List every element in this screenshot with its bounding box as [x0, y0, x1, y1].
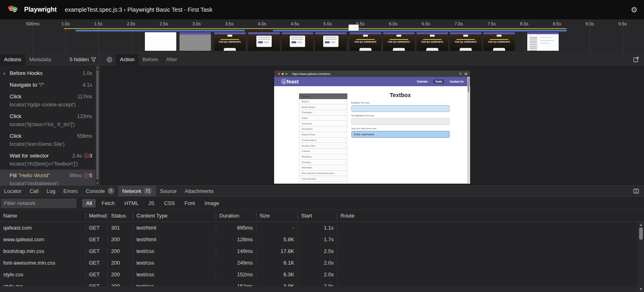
cell-duration: 128ms [216, 236, 256, 243]
tab-errors[interactable]: Errors [59, 186, 81, 197]
cell-size: 17.8K [256, 247, 297, 255]
network-filter-input[interactable] [1, 199, 76, 208]
tab-locator[interactable]: Locator [0, 186, 25, 197]
table-row[interactable]: qafeast.comGET301text/html695ms-1.1s [0, 222, 638, 234]
table-row[interactable]: www.qafeast.comGET200text/html128ms5.8K1… [0, 234, 638, 245]
site-menu-item[interactable]: Double Click [299, 143, 347, 149]
filmstrip-thumbnail[interactable]: FOR QA ASPIRANTS [350, 32, 381, 51]
site-menu-item[interactable]: Hyperlink [299, 121, 347, 126]
settings-gear-icon[interactable]: ⚙ [631, 5, 638, 14]
open-external-icon[interactable] [633, 56, 639, 62]
tab-call[interactable]: Call [25, 186, 42, 197]
filter-chip-js[interactable]: JS [144, 199, 158, 207]
tab-before-snapshot[interactable]: Before [138, 54, 162, 65]
filter-chip-html[interactable]: HTML [120, 199, 142, 207]
field-input-disabled[interactable] [351, 118, 450, 125]
tab-network[interactable]: Network71 [118, 186, 156, 197]
filter-chip-font[interactable]: Font [180, 199, 199, 207]
site-menu-item[interactable]: Chat Window [299, 176, 347, 182]
filter-funnel-icon[interactable] [91, 57, 96, 62]
tab-log[interactable]: Log [43, 186, 60, 197]
action-item[interactable]: Click117mslocator('#gdpr-cookie-accept') [0, 91, 99, 110]
filter-chip-image[interactable]: Image [200, 199, 223, 207]
filmstrip-thumbnail[interactable] [282, 32, 313, 51]
tab-attachments[interactable]: Attachments [181, 186, 218, 197]
scroll-down-icon[interactable]: ▼ [638, 287, 644, 291]
tab-after-snapshot[interactable]: After [162, 54, 181, 65]
pick-locator-target-icon[interactable] [106, 56, 113, 63]
table-row[interactable]: style.cssGET200text/css152ms6.3K2.0s [0, 269, 638, 280]
action-item[interactable]: Click559mslocator('text=Demo Site') [0, 130, 99, 150]
cell-route [337, 236, 638, 243]
filter-chip-fetch[interactable]: Fetch [97, 199, 119, 207]
filter-chip-all[interactable]: All [82, 199, 96, 207]
site-menu-item[interactable]: Radio Button [299, 104, 347, 110]
timeline-tick-label: 2.5s [160, 21, 168, 26]
filmstrip-thumbnail[interactable] [315, 32, 347, 51]
nav-link-contact-us[interactable]: Contact Us [450, 80, 463, 83]
site-menu-item[interactable]: File Upload & Download event [299, 171, 347, 176]
site-menu-item[interactable]: Textbox [299, 93, 347, 99]
nav-link-tutorials[interactable]: Tutorials [417, 80, 427, 83]
scroll-down-icon[interactable]: ▼ [95, 182, 99, 184]
filmstrip-thumbnail[interactable] [527, 32, 559, 51]
field-input-editable[interactable] [351, 105, 450, 112]
table-row[interactable]: font-awesome.min.cssGET200text/css249ms6… [0, 257, 638, 269]
action-item[interactable]: Fill "Hello World"99ms✕5locator('#editab… [0, 170, 99, 185]
split-view-icon[interactable] [633, 188, 639, 194]
expand-chevron-icon[interactable]: › [3, 70, 10, 77]
site-menu-item[interactable]: Frames [299, 149, 347, 154]
filmstrip-thumbnail[interactable]: FOR QA ASPIRANTS [417, 32, 448, 51]
actions-scrollbar[interactable]: ▲ ▼ [95, 65, 99, 185]
site-menu-item[interactable]: Drag & Drop [299, 132, 347, 138]
tab-action-snapshot[interactable]: Action [116, 54, 138, 65]
action-duration: 4.1s [83, 82, 92, 88]
timeline[interactable]: 500ms1.0s1.5s2.0s2.5s3.0s3.5s4.0s4.5s5.0… [0, 19, 644, 54]
scroll-up-icon[interactable]: ▲ [638, 223, 644, 227]
filmstrip-thumbnail[interactable]: FOR QA ASPIRANTS [483, 32, 515, 51]
filmstrip-thumbnail[interactable] [248, 32, 280, 51]
scroll-up-icon[interactable]: ▲ [95, 66, 99, 69]
site-menu-item[interactable]: Button [299, 99, 347, 105]
filmstrip-thumbnail[interactable]: FOR QA ASPIRANTS [383, 32, 415, 51]
thumbnail-site-header [450, 32, 481, 34]
cell-status: 200 [107, 247, 133, 255]
snapshot-area: https://www.qafeast.com/demo ↻ Q feast T… [100, 65, 644, 185]
site-menu-item[interactable]: Label [299, 116, 347, 121]
site-menu-item[interactable]: Dropdown [299, 126, 347, 132]
timeline-action-bar [64, 28, 567, 29]
site-menu-item[interactable]: Context Menu [299, 138, 347, 143]
action-item[interactable]: ›Before Hooks1.0s [0, 67, 99, 79]
field-input-filled[interactable]: Enter username [351, 131, 450, 138]
network-hscrollbar[interactable] [0, 286, 638, 292]
tab-actions[interactable]: Actions [0, 54, 25, 65]
network-scrollbar[interactable]: ▲ ▼ [638, 222, 644, 292]
nav-link-tools[interactable]: Tools [433, 79, 444, 84]
timeline-network-bar [76, 30, 245, 31]
close-dot-icon [278, 73, 280, 75]
thumbnail-site-header [350, 32, 381, 34]
tab-metadata[interactable]: Metadata [25, 54, 55, 65]
site-menu-item[interactable]: Webtable [299, 165, 347, 171]
filmstrip-thumbnail[interactable]: FOR QA ASPIRANTS [214, 32, 246, 51]
filmstrip-thumbnail[interactable] [145, 32, 176, 51]
page-scrollbar[interactable] [467, 77, 470, 183]
tab-console[interactable]: Console7 [82, 186, 118, 197]
action-item[interactable]: Click123mslocator('li[class=\'tut_ fr_tl… [0, 110, 99, 130]
filmstrip-thumbnail[interactable] [180, 32, 211, 51]
site-menu-item[interactable]: Checkbox [299, 110, 347, 116]
thumbnail-card [460, 48, 472, 51]
tab-source[interactable]: Source [156, 186, 181, 197]
qfeast-logo[interactable]: Q feast [281, 79, 299, 85]
action-item[interactable]: Wait for selector2.4s✕3locator('//h2[tex… [0, 150, 99, 170]
action-item[interactable]: Navigate to "/"4.1s [0, 79, 99, 91]
timeline-marker [349, 25, 359, 31]
site-menu-item[interactable]: Scrolling [299, 159, 347, 165]
table-row[interactable]: bootstrap.min.cssGET200text/css149ms17.8… [0, 245, 638, 257]
cell-name: style.css [0, 271, 85, 278]
table-row[interactable]: style.cssGET200text/css152ms3.9K2.0s [0, 280, 638, 286]
action-duration: 99ms [69, 173, 82, 178]
filmstrip-thumbnail[interactable]: FOR QA ASPIRANTS [450, 32, 481, 51]
site-menu-item[interactable]: Windows [299, 154, 347, 160]
filter-chip-css[interactable]: CSS [160, 199, 179, 207]
